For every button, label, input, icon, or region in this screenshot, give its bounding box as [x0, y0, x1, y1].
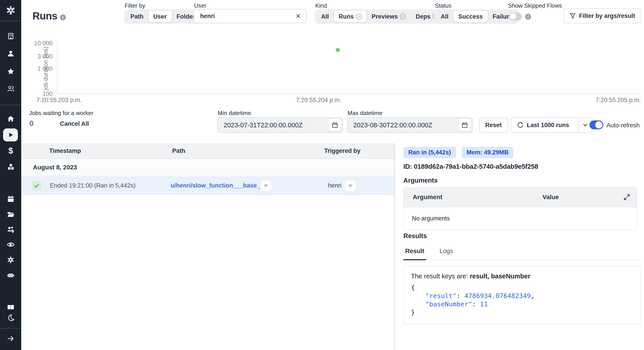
sidebar: $ — [0, 0, 21, 350]
arguments-empty-row: No arguments — [404, 207, 636, 230]
result-viewer: The result keys are: result, baseNumber … — [404, 266, 641, 324]
result-keys-line: The result keys are: result, baseNumber — [411, 273, 633, 280]
tab-logs[interactable]: Logs — [438, 247, 455, 260]
arguments-title: Arguments — [404, 177, 438, 184]
home-icon[interactable] — [7, 115, 15, 123]
results-title: Results — [404, 232, 427, 240]
max-datetime-label: Max datetime — [348, 110, 382, 117]
show-skipped-info-icon[interactable]: i — [525, 14, 531, 20]
status-all[interactable]: All — [436, 11, 454, 22]
status-success[interactable]: Success — [454, 11, 488, 22]
kind-runs-info-icon[interactable]: i — [356, 14, 362, 20]
max-datetime-input[interactable]: 2023-08-30T22:00:00.000Z — [347, 117, 473, 133]
y-tick: 3 000 — [21, 53, 52, 60]
audit-eye-icon[interactable] — [7, 241, 15, 249]
chart-x-axis — [57, 94, 642, 94]
date-group-header: August 8, 2023 — [21, 159, 394, 176]
kind-all[interactable]: All — [316, 11, 334, 22]
docs-book-icon[interactable] — [7, 303, 15, 311]
favorites-star-icon[interactable] — [7, 67, 15, 75]
calendar-icon — [462, 122, 468, 128]
run-row[interactable]: Ended 19:21:00 (Ran in 5,442s) u/henri/s… — [21, 176, 394, 195]
user-icon[interactable] — [7, 50, 15, 58]
show-skipped-label: Show Skipped Flows — [508, 2, 562, 9]
calendar-picker-button[interactable] — [459, 119, 471, 131]
y-tick: 100 — [21, 90, 52, 97]
filter-by-user-pill-button[interactable] — [345, 180, 356, 191]
chevron-down-icon — [582, 122, 588, 128]
arguments-table: Argument Value No arguments — [404, 187, 637, 230]
auto-refresh-toggle[interactable] — [590, 120, 603, 129]
windmill-logo[interactable] — [0, 0, 21, 21]
max-datetime-value: 2023-08-30T22:00:00.000Z — [348, 122, 459, 129]
filter-by-path[interactable]: Path — [126, 11, 148, 22]
workspace-building-icon[interactable] — [7, 32, 15, 40]
memory-badge: Mem: 49.29MB — [462, 147, 514, 158]
variables-dollar-icon[interactable]: $ — [7, 147, 15, 155]
calendar-picker-button[interactable] — [329, 119, 341, 131]
run-id: ID: 0189d62a-79a1-bba2-5740-a5dab9e5f258 — [404, 163, 538, 170]
runs-table: Timestamp Path Triggered by August 8, 20… — [21, 143, 395, 350]
column-argument: Argument — [413, 194, 442, 201]
kind-segmented: All Runsi Previewsi Depsi — [315, 10, 445, 24]
arguments-table-header: Argument Value — [404, 188, 636, 207]
x-tick: 7:20:55.205 p.m. — [596, 97, 641, 104]
runs-table-header: Timestamp Path Triggered by — [21, 143, 394, 159]
filter-lines-icon — [263, 183, 269, 189]
result-keys: result, baseNumber — [470, 273, 530, 280]
min-datetime-input[interactable]: 2023-07-31T22:00:00.000Z — [217, 117, 343, 133]
column-timestamp: Timestamp — [49, 147, 81, 154]
expand-icon[interactable] — [623, 193, 630, 201]
reset-button[interactable]: Reset — [479, 118, 508, 133]
collapse-arrow-icon[interactable] — [7, 334, 15, 342]
runs-play-icon[interactable] — [3, 128, 18, 141]
resources-cubes-icon[interactable] — [7, 163, 15, 171]
refresh-icon — [517, 122, 524, 128]
queue-label: Jobs waiting for a worker — [29, 110, 94, 117]
auto-refresh-label: Auto-refresh — [606, 122, 640, 129]
kind-runs[interactable]: Runsi — [334, 11, 367, 22]
x-tick: 7:20:55.204 p.m. — [57, 97, 580, 104]
kind-previews-info-icon[interactable]: i — [400, 14, 406, 20]
queue-count: 0 — [30, 120, 33, 128]
schedules-calendar-icon[interactable] — [7, 195, 15, 203]
status-label: Status — [435, 2, 452, 9]
run-triggered-by: henri — [328, 182, 342, 189]
user-input[interactable]: henri ✕ — [194, 9, 306, 23]
workers-groups-gear-icon[interactable] — [7, 225, 15, 233]
sidebar-divider — [0, 328, 21, 328]
filter-by-user[interactable]: User — [148, 11, 172, 22]
runs-info-icon[interactable]: i — [60, 14, 66, 20]
last-runs-button[interactable]: Last 1000 runs — [511, 118, 575, 133]
tab-result[interactable]: Result — [404, 247, 426, 260]
duration-badge: Ran in (5,442s) — [404, 147, 456, 158]
settings-gear-icon[interactable] — [7, 256, 15, 264]
results-tabs: Result Logs — [404, 247, 641, 260]
chart-data-point[interactable] — [336, 48, 340, 52]
filter-by-path-pill-button[interactable] — [260, 180, 271, 191]
run-badges: Ran in (5,442s) Mem: 49.29MB — [404, 147, 514, 158]
folders-icon[interactable] — [7, 210, 15, 218]
y-tick: 1 000 — [21, 65, 52, 72]
run-path-link[interactable]: u/henri/slow_function___base_11 — [170, 182, 266, 189]
user-field-label: User — [194, 2, 206, 9]
cancel-all-button[interactable]: Cancel All — [60, 120, 89, 127]
filter-args-button[interactable]: Filter by args/result — [563, 9, 641, 23]
clear-user-icon[interactable]: ✕ — [290, 13, 306, 20]
result-json: { "result": 4786934.076482349, "baseNumb… — [411, 283, 633, 317]
filter-by-segmented: Path User Folder — [124, 10, 201, 24]
min-datetime-value: 2023-07-31T22:00:00.000Z — [218, 122, 329, 129]
page-title: Runs — [32, 10, 57, 22]
show-skipped-toggle[interactable] — [509, 13, 522, 21]
filter-lines-icon — [348, 183, 353, 189]
ai-robot-icon[interactable] — [7, 271, 15, 279]
calendar-icon — [332, 122, 338, 128]
run-detail-panel: Ran in (5,442s) Mem: 49.29MB ID: 0189d62… — [395, 143, 644, 350]
dark-mode-moon-icon[interactable] — [7, 314, 15, 322]
column-triggered-by: Triggered by — [324, 147, 360, 154]
kind-previews[interactable]: Previewsi — [367, 11, 411, 22]
groups-icon[interactable] — [7, 85, 15, 93]
column-value: Value — [542, 194, 559, 201]
run-timestamp: Ended 19:21:00 (Ran in 5,442s) — [50, 182, 136, 189]
filter-by-label: Filter by — [124, 2, 145, 9]
